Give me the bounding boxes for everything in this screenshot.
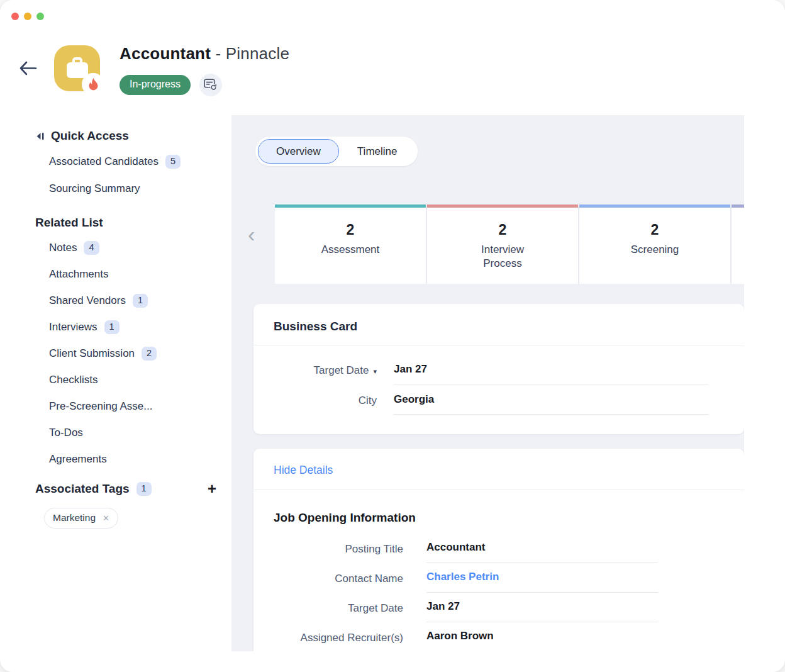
sidebar-item-associated-candidates[interactable]: Associated Candidates 5 <box>49 154 224 169</box>
job-opening-information-title: Job Opening Information <box>253 490 744 541</box>
field-row-posting-title: Posting Title Accountant <box>253 541 744 563</box>
field-label: Target Date▾ <box>253 363 377 377</box>
quick-access-heading: Quick Access <box>51 129 129 143</box>
hide-details-link[interactable]: Hide Details <box>253 449 744 490</box>
app-window: Accountant - Pinnacle In-progress Quick … <box>0 0 785 672</box>
job-opening-icon <box>54 45 100 91</box>
field-value-target-date[interactable]: Jan 27 <box>394 363 708 384</box>
add-tag-button[interactable]: + <box>208 481 216 496</box>
close-button[interactable] <box>11 13 19 20</box>
field-row-target-date: Target Date▾ Jan 27 <box>253 363 744 384</box>
related-list-heading: Related List <box>35 216 103 230</box>
count-badge: 1 <box>133 294 148 308</box>
field-row-target-date: Target Date Jan 27 <box>253 600 744 622</box>
record-history-icon <box>204 79 218 91</box>
field-value-city[interactable]: Georgia <box>394 393 708 415</box>
count-badge: 1 <box>104 320 120 334</box>
pipeline-card-partial[interactable] <box>732 204 744 284</box>
zoom-button[interactable] <box>36 13 44 20</box>
pipeline-card-screening[interactable]: 2 Screening <box>579 204 730 284</box>
sidebar-item-notes[interactable]: Notes 4 <box>49 240 224 255</box>
remove-tag-icon[interactable]: ✕ <box>103 513 109 523</box>
view-tabs: Overview Timeline <box>255 137 418 166</box>
field-row-city: City Georgia <box>253 393 744 415</box>
count-badge: 5 <box>165 155 181 169</box>
back-button[interactable] <box>19 60 37 76</box>
count-badge: 4 <box>84 241 99 255</box>
window-controls <box>11 13 44 20</box>
associated-tags-heading: Associated Tags <box>35 482 130 496</box>
details-section: Hide Details Job Opening Information Pos… <box>253 449 744 651</box>
field-label: Contact Name <box>253 571 403 585</box>
field-value-target-date[interactable]: Jan 27 <box>426 600 658 622</box>
collapse-sidebar-button[interactable] <box>35 132 45 141</box>
chevron-left-icon[interactable]: ‹ <box>248 223 255 245</box>
sidebar-item-attachments[interactable]: Attachments <box>49 267 224 282</box>
record-history-button[interactable] <box>199 74 222 96</box>
sidebar-item-pre-screening-assessments[interactable]: Pre-Screening Asse... <box>49 399 224 414</box>
sidebar-item-sourcing-summary[interactable]: Sourcing Summary <box>49 181 224 196</box>
collapse-sidebar-icon <box>35 132 45 141</box>
count-badge: 1 <box>136 482 152 496</box>
sidebar-item-client-submission[interactable]: Client Submission 2 <box>49 346 224 361</box>
field-label: Assigned Recruiter(s) <box>253 630 403 644</box>
sidebar-item-to-dos[interactable]: To-Dos <box>49 425 224 440</box>
sidebar: Quick Access Associated Candidates 5 Sou… <box>35 128 224 529</box>
hot-flame-icon <box>82 73 104 96</box>
minimize-button[interactable] <box>24 13 31 20</box>
status-badge: In-progress <box>120 75 191 94</box>
caret-down-icon[interactable]: ▾ <box>373 367 377 375</box>
pipeline-carousel: 2 Assessment 2 Interview Process 2 Scree… <box>275 204 744 284</box>
field-value-assigned-recruiters[interactable]: Aaron Brown <box>426 630 658 651</box>
sidebar-item-shared-vendors[interactable]: Shared Vendors 1 <box>49 293 224 308</box>
page-title: Accountant - Pinnacle <box>120 44 289 64</box>
field-value-posting-title[interactable]: Accountant <box>426 541 658 563</box>
pipeline-card-assessment[interactable]: 2 Assessment <box>275 204 426 284</box>
field-label: City <box>253 393 377 407</box>
tab-overview[interactable]: Overview <box>258 139 339 164</box>
sidebar-item-interviews[interactable]: Interviews 1 <box>49 320 224 335</box>
pipeline-card-interview-process[interactable]: 2 Interview Process <box>427 204 578 284</box>
field-row-contact-name: Contact Name Charles Petrin <box>253 571 744 593</box>
back-arrow-icon <box>19 60 37 76</box>
field-value-contact-name-link[interactable]: Charles Petrin <box>426 571 658 593</box>
tag-marketing[interactable]: Marketing ✕ <box>44 508 118 529</box>
field-label: Posting Title <box>253 541 403 556</box>
tab-timeline[interactable]: Timeline <box>339 139 416 164</box>
count-badge: 2 <box>142 347 157 361</box>
sidebar-item-agreements[interactable]: Agreements <box>49 452 224 467</box>
business-card-title: Business Card <box>253 304 744 345</box>
sidebar-item-checklists[interactable]: Checklists <box>49 372 224 388</box>
field-row-assigned-recruiters: Assigned Recruiter(s) Aaron Brown <box>253 630 744 651</box>
main-panel: Overview Timeline ‹ 2 Assessment 2 Inter… <box>231 115 744 651</box>
field-label: Target Date <box>253 600 403 615</box>
business-card-section: Business Card Target Date▾ Jan 27 City G… <box>253 304 744 434</box>
